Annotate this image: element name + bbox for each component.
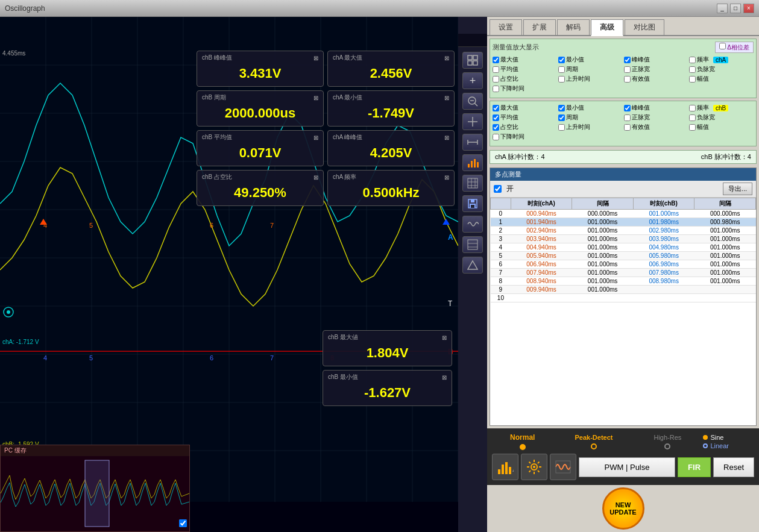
wave-button[interactable] [462, 216, 483, 233]
sine-radio[interactable] [703, 435, 708, 440]
cb-chb-negw: 负脉宽 [689, 113, 754, 122]
tab-decode[interactable]: 解码 [557, 19, 590, 35]
fir-button[interactable]: FIR [678, 457, 711, 477]
measurement-overlay: chB 峰峰值 ⊠ 3.431V chA 最大值 ⊠ 2.456V chB 周期… [193, 47, 458, 210]
triangle-button[interactable] [462, 257, 483, 274]
multipoint-toolbar: 开 导出... [490, 181, 756, 198]
acq-peakdetect-option[interactable]: Peak-Detect [556, 434, 632, 449]
save-button[interactable] [462, 195, 483, 212]
meas-chb-pp: chB 峰峰值 ⊠ 3.431V [197, 51, 324, 87]
col-ia: 间隔 [572, 198, 634, 210]
title-bar: Oscillograph _ □ × [0, 0, 759, 17]
waveform-display-button[interactable] [550, 454, 576, 480]
cb-cha-rise: 上升时间 [558, 75, 623, 83]
normal-radio[interactable] [520, 444, 526, 450]
phase-diff-label: Δ相位差 [727, 44, 749, 51]
close-button[interactable]: × [743, 4, 754, 13]
svg-rect-38 [85, 460, 109, 527]
zoom-out-button[interactable] [462, 93, 483, 110]
close-cha-freq[interactable]: ⊠ [444, 174, 449, 181]
export-button[interactable]: 导出... [723, 183, 752, 195]
cursor-button[interactable] [462, 113, 483, 130]
multipoint-section: 多点测量 开 导出... 时刻(chA) 间隔 时刻(chB) 间隔 [490, 167, 757, 426]
table-row[interactable]: 0000.940ms000.000ms001.000ms000.000ms [491, 210, 756, 218]
close-chb-pp[interactable]: ⊠ [313, 55, 318, 61]
close-chb-max[interactable]: ⊠ [442, 334, 447, 341]
table-row[interactable]: 7007.940ms001.000ms007.980ms001.000ms [491, 269, 756, 277]
high-res-radio[interactable] [664, 443, 670, 449]
histogram-button[interactable] [462, 154, 483, 171]
horizontal-measure-button[interactable] [462, 134, 483, 151]
acq-normal-option[interactable]: Normal [492, 433, 553, 450]
maximize-button[interactable]: □ [730, 4, 741, 13]
close-chb-duty[interactable]: ⊠ [313, 174, 318, 181]
svg-text:6: 6 [210, 222, 213, 229]
new-update-section: NEW UPDATE [487, 485, 759, 532]
cb-chb-maxval: 最大值 [493, 104, 557, 112]
oscilloscope-area: Oscillograph : 20713 is available. 10.0 … [0, 17, 487, 532]
window-controls: _ □ × [717, 4, 754, 13]
cb-chb-posw: 正脉宽 [624, 113, 688, 122]
table-row[interactable]: 5005.940ms001.000ms005.980ms001.000ms [491, 252, 756, 260]
meas-cha-max-value: 2.456V [333, 63, 449, 84]
zoom-in-button[interactable]: + [462, 72, 483, 89]
table-row[interactable]: 1001.940ms001.000ms001.980ms000.980ms [491, 218, 756, 227]
close-chb-period[interactable]: ⊠ [313, 95, 318, 101]
close-cha-min[interactable]: ⊠ [444, 95, 449, 101]
cha-checkbox-grid: 最大值 最小值 峰峰值 频率 chA 平均值 周期 正脉宽 负脉宽 占空比 上升… [493, 55, 754, 93]
main-container: Oscillograph : 20713 is available. 10.0 … [0, 17, 759, 532]
table-row[interactable]: 4004.940ms001.000ms004.980ms001.000ms [491, 243, 756, 252]
peak-detect-radio[interactable] [591, 443, 597, 449]
bar-chart-button[interactable] [492, 454, 518, 480]
table-row[interactable]: 8008.940ms001.000ms008.980ms001.000ms [491, 277, 756, 286]
grid-button[interactable] [462, 175, 483, 192]
tab-settings[interactable]: 设置 [490, 19, 522, 35]
close-cha-max[interactable]: ⊠ [444, 55, 449, 61]
new-update-badge[interactable]: NEW UPDATE [602, 487, 644, 530]
mini-preview-checkbox[interactable] [179, 519, 187, 529]
zoom-fit-button[interactable] [462, 52, 483, 69]
tab-extend[interactable]: 扩展 [523, 19, 556, 35]
multipoint-table[interactable]: 时刻(chA) 间隔 时刻(chB) 间隔 0000.940ms000.000m… [490, 198, 756, 425]
reset-button[interactable]: Reset [713, 457, 754, 477]
acq-highres-option[interactable]: High-Res [634, 434, 701, 449]
cb-cha-avg: 平均值 [493, 65, 557, 74]
svg-rect-71 [509, 467, 511, 474]
svg-text:A: A [448, 233, 453, 242]
phase-diff-checkbox[interactable] [719, 43, 726, 49]
tab-advanced[interactable]: 高级 [591, 19, 623, 36]
high-res-label: High-Res [653, 434, 681, 441]
linear-option[interactable]: Linear [703, 442, 754, 449]
multipoint-enable-checkbox[interactable] [494, 185, 502, 193]
svg-rect-41 [468, 61, 472, 65]
acq-filter-row: PWM | Pulse FIR Reset [492, 454, 754, 480]
svg-text:5: 5 [89, 354, 93, 361]
table-button[interactable] [462, 236, 483, 253]
linear-radio[interactable] [703, 443, 708, 448]
minimize-button[interactable]: _ [717, 4, 728, 13]
table-row[interactable]: 2002.940ms001.000ms002.980ms001.000ms [491, 227, 756, 235]
table-row[interactable]: 10 [491, 294, 756, 302]
tab-compare[interactable]: 对比图 [625, 19, 664, 35]
svg-line-44 [474, 103, 477, 106]
table-row[interactable]: 6006.940ms001.000ms006.980ms001.000ms [491, 260, 756, 269]
settings-wheel-button[interactable] [521, 454, 547, 480]
table-row[interactable]: 3003.940ms001.000ms003.980ms001.000ms [491, 235, 756, 243]
sine-option[interactable]: Sine [703, 434, 754, 441]
tab-bar: 设置 扩展 解码 高级 对比图 [487, 17, 759, 36]
svg-rect-64 [468, 240, 477, 249]
table-row[interactable]: 9009.940ms001.000ms [491, 286, 756, 294]
cb-cha-freq: 频率 chA [689, 55, 754, 64]
cb-chb-avg: 平均值 [493, 113, 557, 122]
svg-point-33 [7, 310, 10, 314]
cb-chb-period: 周期 [558, 113, 623, 122]
meas-cha-pp: chA 峰峰值 ⊠ 4.205V [327, 130, 455, 166]
meas-chb-duty-value: 49.250% [202, 183, 318, 203]
pwm-pulse-button[interactable]: PWM | Pulse [579, 457, 675, 477]
close-cha-pp[interactable]: ⊠ [444, 134, 449, 141]
close-chb-avg[interactable]: ⊠ [313, 134, 318, 141]
svg-rect-54 [477, 162, 479, 167]
phase-diff-badge[interactable]: Δ相位差 [715, 42, 754, 53]
meas-chb-min-value: -1.627V [328, 383, 447, 403]
close-chb-min[interactable]: ⊠ [442, 374, 447, 381]
